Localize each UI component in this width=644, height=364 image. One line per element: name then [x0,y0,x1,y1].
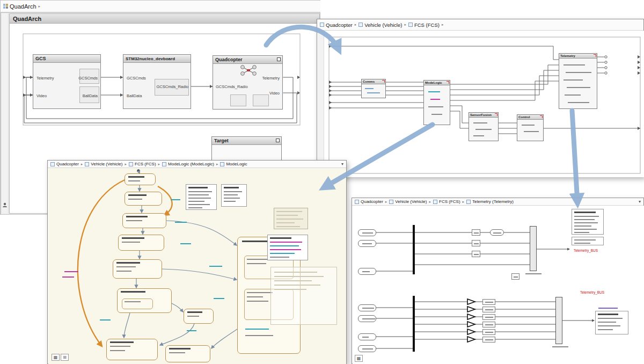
datatype-convert-block[interactable] [482,337,495,343]
text-line [274,280,312,281]
text-line [485,332,493,333]
state-node[interactable] [165,345,210,362]
component-checkbox[interactable] [277,57,281,61]
breadcrumb-item[interactable]: FCS (FCS) [414,22,440,28]
text-line [362,232,373,234]
annotation-data-box[interactable] [572,209,604,235]
text-line [188,207,202,208]
annotation-comment-frame[interactable] [270,267,337,325]
bus-selector-bar[interactable] [413,296,415,352]
text-line [574,229,597,230]
operator-block[interactable] [472,251,480,257]
signal-source-block[interactable] [358,268,376,275]
signal-source-block[interactable] [358,345,376,352]
signal-source-block[interactable] [358,240,376,247]
subsystem-icon [466,200,471,204]
annotation-input-box[interactable] [186,184,217,210]
stateflow-canvas[interactable]: ▦ ⊞ [48,168,346,364]
subcomponent-box[interactable] [230,94,246,106]
text-line [564,79,583,81]
annotation-legend-box[interactable] [267,235,308,260]
annotation-note-box[interactable] [274,208,308,229]
text-line [270,249,301,250]
breadcrumb-item[interactable]: Vehicle (Vehicle) [395,199,427,204]
block-modelogic[interactable]: ModeLogic [423,80,450,125]
datatype-convert-block[interactable] [482,299,495,305]
breadcrumb-item[interactable]: Vehicle (Vehicle) [364,22,402,28]
breadcrumb-item-quadarch[interactable]: QuadArch [10,3,36,10]
state-node[interactable] [106,339,158,360]
breadcrumb-item[interactable]: FCS (FCS) [439,199,460,204]
bus-creator-block[interactable] [530,226,537,271]
breadcrumb-item[interactable]: Quadcopter [361,199,383,204]
breadcrumb-item[interactable]: Quadcopter [56,162,79,166]
constant-block[interactable] [511,273,519,280]
breadcrumb-item[interactable]: Telemetry (Telemetry) [472,199,514,204]
canvas-tool-button[interactable]: ▦ [52,354,60,361]
annotation-output-box[interactable] [221,184,247,207]
state-node[interactable] [125,192,162,206]
datatype-convert-block[interactable] [482,314,495,320]
breadcrumb-item[interactable]: ModeLogic (ModeLogic) [168,162,214,166]
text-line [224,191,242,192]
component-quadcopter[interactable]: Quadcopter GCSCmds_Radio Telemetry Video [213,55,283,110]
state-node[interactable] [184,309,214,324]
breadcrumb-item[interactable]: FCS (FCS) [135,162,156,166]
text-line [128,180,140,181]
breadcrumb-separator: ▸ [404,23,406,27]
canvas-zoom-button[interactable]: ⊞ [61,354,69,361]
annotation-data-box[interactable] [595,311,628,334]
text-line [565,94,581,96]
datatype-convert-block[interactable] [482,307,495,312]
text-line [598,322,616,323]
breadcrumb-dropdown-icon[interactable]: ▾ [341,162,343,166]
state-node[interactable] [117,288,172,313]
breadcrumb-item[interactable]: Quadcopter [326,22,353,28]
state-node[interactable] [122,213,166,228]
block-comms[interactable]: Comms [361,79,386,98]
component-gcs[interactable]: GCS Telemetry Video GCSCmds BallData [33,54,101,109]
datatype-convert-block[interactable] [482,322,495,327]
state-node[interactable] [118,235,164,251]
text-line [365,88,374,89]
text-line [474,254,479,255]
signal-source-block[interactable] [358,229,376,236]
bus-creator-block[interactable] [555,297,562,344]
signal-source-block[interactable] [358,304,376,311]
profile-icon[interactable] [2,202,8,208]
text-line [567,87,590,88]
datatype-convert-block[interactable] [482,329,495,335]
text-line [224,198,240,199]
component-stm32nucleo[interactable]: STM32nucleo_devboard GCSCmds BallData GC… [123,54,191,109]
chart-icon [162,162,166,166]
operator-block[interactable] [472,240,480,246]
breadcrumb-item[interactable]: Vehicle (Vehicle) [91,162,122,166]
operator-block[interactable] [472,229,480,236]
block-telemetry[interactable]: Telemetry [559,53,597,109]
text-line [110,346,130,347]
model-icon [50,162,55,166]
component-checkbox[interactable] [276,139,280,142]
state-node[interactable] [125,173,156,185]
breadcrumb-dropdown-icon[interactable]: ▾ [639,199,641,204]
substate-node[interactable] [122,299,153,309]
breadcrumb-separator[interactable]: ▸ [39,4,41,9]
block-control[interactable]: Control [517,114,544,141]
state-node[interactable] [113,259,162,279]
subcomponent-box[interactable] [253,94,269,106]
canvas-tool-button[interactable]: ▦ [355,355,363,362]
text-line [568,102,589,103]
text-line [473,135,484,136]
bus-selector-bar[interactable] [413,225,415,274]
breadcrumb-item[interactable]: ModeLogic [226,162,247,166]
signal-source-block[interactable] [358,315,376,322]
window-fcs: Quadcopter ▸ Vehicle (Vehicle) ▸ FCS (FC… [317,19,644,177]
signal-source-block[interactable] [358,333,376,340]
rate-block[interactable] [490,229,504,236]
text-line [598,325,620,326]
breadcrumb: Quadcopter ▸ Vehicle (Vehicle) ▸ FCS (FC… [48,161,346,168]
text-line [493,232,501,234]
block-sensorfusion[interactable]: SensorFusion [469,112,499,141]
simulink-canvas[interactable]: Telemetry_BUS Telemetry_BUS ▦ [353,206,644,364]
annotation-data-box[interactable] [572,237,604,245]
